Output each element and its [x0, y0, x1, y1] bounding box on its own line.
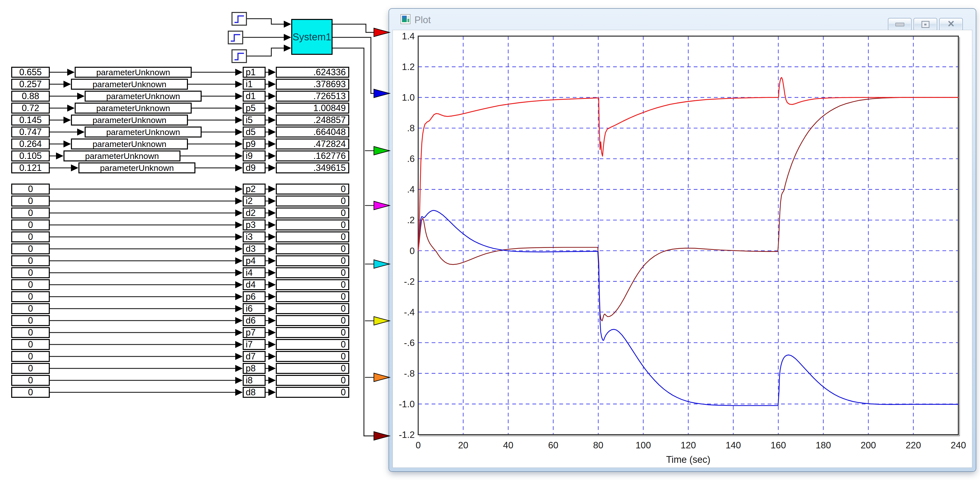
display-block[interactable]: 0 — [276, 255, 349, 266]
constant-zero-block[interactable]: 0 — [11, 255, 50, 266]
constant-block[interactable]: 0.72 — [11, 103, 50, 113]
system1-block[interactable]: System1 — [291, 19, 332, 55]
parameter-name-block[interactable]: i8 — [243, 375, 266, 386]
parameter-name-block[interactable]: d9 — [243, 163, 266, 173]
parameter-name-block[interactable]: d8 — [243, 387, 266, 398]
display-block[interactable]: 0 — [276, 279, 349, 290]
display-block[interactable]: 0 — [276, 387, 349, 398]
constant-zero-block[interactable]: 0 — [11, 375, 50, 386]
step-source-block[interactable] — [232, 49, 247, 63]
constant-block[interactable]: 0.105 — [11, 150, 50, 161]
display-block[interactable]: 0 — [276, 231, 349, 242]
parameter-name-block[interactable]: d3 — [243, 243, 266, 254]
constant-zero-block[interactable]: 0 — [11, 327, 50, 338]
constant-zero-block[interactable]: 0 — [11, 207, 50, 218]
display-block[interactable]: 0 — [276, 363, 349, 374]
constant-block[interactable]: 0.747 — [11, 126, 50, 137]
display-block[interactable]: 0 — [276, 351, 349, 362]
display-block[interactable]: 0 — [276, 291, 349, 302]
parameter-name-block[interactable]: i2 — [243, 196, 266, 206]
parameter-name-block[interactable]: i5 — [243, 115, 266, 126]
parameter-unknown-block[interactable]: parameterUnknown — [71, 79, 188, 90]
display-block[interactable]: 0 — [276, 303, 349, 314]
display-block[interactable]: .664048 — [276, 126, 349, 137]
display-block[interactable]: .472824 — [276, 139, 349, 150]
constant-block[interactable]: 0.264 — [11, 139, 50, 150]
step-glyph — [234, 16, 244, 22]
parameter-unknown-block[interactable]: parameterUnknown — [75, 67, 192, 78]
parameter-name-block[interactable]: d6 — [243, 315, 266, 326]
display-block[interactable]: .162776 — [276, 150, 349, 161]
parameter-unknown-block[interactable]: parameterUnknown — [78, 163, 196, 173]
parameter-name-block[interactable]: d7 — [243, 351, 266, 362]
constant-block[interactable]: 0.257 — [11, 79, 50, 90]
step-icon — [229, 32, 242, 43]
display-block[interactable]: 1.00849 — [276, 103, 349, 113]
constant-zero-block[interactable]: 0 — [11, 267, 50, 278]
constant-zero-block[interactable]: 0 — [11, 339, 50, 350]
constant-zero-block[interactable]: 0 — [11, 303, 50, 314]
constant-block[interactable]: 0.88 — [11, 91, 50, 102]
parameter-name-block[interactable]: p4 — [243, 255, 266, 266]
parameter-name-block[interactable]: p9 — [243, 139, 266, 150]
constant-zero-block[interactable]: 0 — [11, 231, 50, 242]
parameter-unknown-block[interactable]: parameterUnknown — [84, 91, 202, 102]
step-icon — [232, 50, 246, 62]
display-block[interactable]: 0 — [276, 375, 349, 386]
constant-zero-block[interactable]: 0 — [11, 387, 50, 398]
parameter-name-block[interactable]: p8 — [243, 363, 266, 374]
constant-zero-block[interactable]: 0 — [11, 196, 50, 206]
constant-zero-block[interactable]: 0 — [11, 243, 50, 254]
parameter-name-block[interactable]: d2 — [243, 207, 266, 218]
display-block[interactable]: 0 — [276, 207, 349, 218]
parameter-unknown-block[interactable]: parameterUnknown — [75, 103, 192, 113]
parameter-name-block[interactable]: i1 — [243, 79, 266, 90]
parameter-name-block[interactable]: d1 — [243, 91, 266, 102]
parameter-unknown-block[interactable]: parameterUnknown — [64, 150, 180, 161]
parameter-name-block[interactable]: d4 — [243, 279, 266, 290]
parameter-name-block[interactable]: i3 — [243, 231, 266, 242]
display-block[interactable]: .726513 — [276, 91, 349, 102]
constant-block[interactable]: 0.121 — [11, 163, 50, 173]
canvas: Plot ✕ 1.41.21.0.8.6.4.20-.2-.4-.6-.8-1.… — [0, 0, 980, 480]
constant-block[interactable]: 0.655 — [11, 67, 50, 78]
constant-zero-block[interactable]: 0 — [11, 291, 50, 302]
step-source-block[interactable] — [228, 30, 243, 44]
display-block[interactable]: 0 — [276, 183, 349, 195]
parameter-name-block[interactable]: i7 — [243, 339, 266, 350]
step-glyph — [234, 53, 244, 60]
display-block[interactable]: .624336 — [276, 67, 349, 78]
constant-zero-block[interactable]: 0 — [11, 279, 50, 290]
constant-block[interactable]: 0.145 — [11, 115, 50, 126]
display-block[interactable]: 0 — [276, 267, 349, 278]
display-block[interactable]: 0 — [276, 243, 349, 254]
parameter-name-block[interactable]: i4 — [243, 267, 266, 278]
parameter-unknown-block[interactable]: parameterUnknown — [84, 126, 202, 137]
parameter-name-block[interactable]: p3 — [243, 220, 266, 230]
constant-zero-block[interactable]: 0 — [11, 363, 50, 374]
display-block[interactable]: 0 — [276, 315, 349, 326]
step-source-block[interactable] — [232, 12, 247, 26]
display-block[interactable]: .349615 — [276, 163, 349, 173]
constant-zero-block[interactable]: 0 — [11, 183, 50, 195]
display-block[interactable]: 0 — [276, 339, 349, 350]
parameter-name-block[interactable]: i9 — [243, 150, 266, 161]
constant-zero-block[interactable]: 0 — [11, 220, 50, 230]
parameter-unknown-block[interactable]: parameterUnknown — [71, 139, 188, 150]
parameter-name-block[interactable]: p5 — [243, 103, 266, 113]
parameter-name-block[interactable]: i6 — [243, 303, 266, 314]
display-block[interactable]: 0 — [276, 327, 349, 338]
display-block[interactable]: .378693 — [276, 79, 349, 90]
parameter-name-block[interactable]: p2 — [243, 183, 266, 195]
parameter-name-block[interactable]: p6 — [243, 291, 266, 302]
display-block[interactable]: .248857 — [276, 115, 349, 126]
parameter-name-block[interactable]: p7 — [243, 327, 266, 338]
constant-zero-block[interactable]: 0 — [11, 315, 50, 326]
display-block[interactable]: 0 — [276, 220, 349, 230]
parameter-name-block[interactable]: p1 — [243, 67, 266, 78]
parameter-name-block[interactable]: d5 — [243, 126, 266, 137]
parameter-unknown-block[interactable]: parameterUnknown — [71, 115, 188, 126]
block-diagram: 0.655parameterUnknownp1.6243360.257param… — [0, 0, 980, 480]
display-block[interactable]: 0 — [276, 196, 349, 206]
constant-zero-block[interactable]: 0 — [11, 351, 50, 362]
